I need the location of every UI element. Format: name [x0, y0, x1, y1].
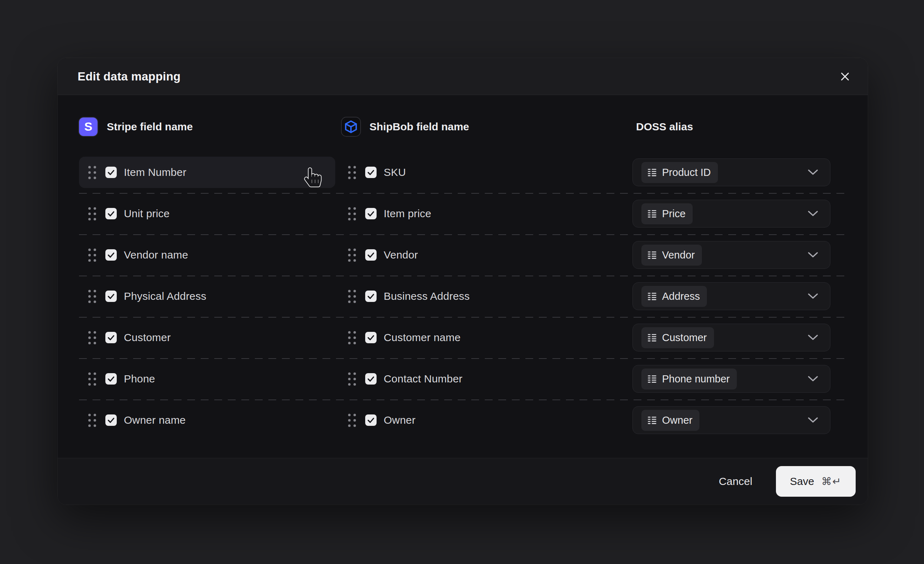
chevron-down-icon	[808, 335, 818, 340]
check-icon	[107, 333, 116, 342]
doss-alias-value: Product ID	[662, 167, 711, 178]
drag-handle-icon[interactable]	[348, 166, 356, 179]
doss-alias-select[interactable]: Address	[633, 282, 830, 310]
stripe-field-checkbox[interactable]	[105, 167, 117, 178]
stripe-field-checkbox[interactable]	[105, 290, 117, 302]
doss-alias-select[interactable]: Vendor	[633, 241, 830, 269]
check-icon	[367, 292, 375, 301]
close-icon	[840, 71, 850, 82]
drag-handle-icon[interactable]	[348, 373, 356, 386]
shipbob-field-item[interactable]: Owner	[339, 405, 595, 436]
check-icon	[107, 168, 116, 177]
stripe-field-item[interactable]: Owner name	[79, 405, 335, 436]
mapping-row: Vendor name Vendor Vendor	[58, 239, 868, 271]
doss-alias-tag: Vendor	[641, 245, 702, 266]
row-separator	[79, 358, 846, 359]
cancel-button[interactable]: Cancel	[718, 475, 753, 487]
drag-handle-icon[interactable]	[348, 290, 356, 303]
stripe-field-checkbox[interactable]	[105, 373, 117, 385]
app-background: { "modal": { "title": "Edit data mapping…	[0, 0, 924, 564]
drag-handle-icon[interactable]	[88, 207, 96, 220]
drag-handle-icon[interactable]	[88, 290, 96, 303]
shipbob-field-checkbox[interactable]	[365, 249, 376, 261]
mapping-row: Owner name Owner Owner	[58, 405, 868, 436]
stripe-field-item[interactable]: Physical Address	[79, 281, 335, 312]
shipbob-field-checkbox[interactable]	[365, 290, 376, 302]
drag-handle-icon[interactable]	[348, 248, 356, 262]
shipbob-field-item[interactable]: SKU	[339, 157, 595, 188]
check-icon	[107, 292, 116, 301]
row-separator	[79, 275, 846, 276]
save-button[interactable]: Save ⌘↵	[776, 466, 856, 497]
column-title: DOSS alias	[636, 121, 693, 133]
drag-handle-icon[interactable]	[88, 373, 96, 386]
stripe-field-label: Phone	[124, 373, 155, 385]
stripe-field-item[interactable]: Customer	[79, 322, 335, 353]
chevron-down-icon	[808, 293, 818, 299]
drag-handle-icon[interactable]	[88, 331, 96, 344]
stripe-field-checkbox[interactable]	[105, 332, 117, 343]
drag-handle-icon[interactable]	[348, 207, 356, 220]
check-icon	[367, 416, 375, 424]
shipbob-field-checkbox[interactable]	[365, 414, 376, 426]
mapping-row: Customer Customer name Customer	[58, 322, 868, 353]
doss-alias-tag: Customer	[641, 327, 714, 348]
save-button-label: Save	[790, 475, 814, 487]
drag-handle-icon[interactable]	[348, 331, 356, 344]
drag-handle-icon[interactable]	[88, 248, 96, 262]
save-shortcut-hint: ⌘↵	[822, 475, 842, 487]
doss-alias-select[interactable]: Customer	[633, 324, 830, 352]
row-separator	[79, 317, 846, 317]
shipbob-field-checkbox[interactable]	[365, 208, 376, 219]
column-header-stripe: S Stripe field name	[79, 117, 193, 136]
stripe-field-item[interactable]: Unit price	[79, 198, 335, 229]
drag-handle-icon[interactable]	[88, 166, 96, 179]
stripe-field-checkbox[interactable]	[105, 208, 117, 219]
column-header-doss: DOSS alias	[636, 117, 693, 136]
chevron-down-icon	[808, 170, 818, 175]
close-button[interactable]	[836, 67, 854, 86]
stripe-field-item[interactable]: Item Number	[79, 157, 335, 188]
shipbob-field-item[interactable]: Business Address	[339, 281, 595, 312]
mapping-row: Unit price Item price Price	[58, 198, 868, 229]
doss-alias-value: Address	[662, 290, 700, 302]
dialog-title: Edit data mapping	[78, 70, 180, 83]
doss-alias-tag: Price	[641, 203, 693, 224]
doss-alias-select[interactable]: Price	[633, 200, 830, 227]
doss-alias-select[interactable]: Owner	[633, 406, 830, 434]
shipbob-logo-icon	[342, 117, 360, 136]
field-tag-icon	[647, 332, 657, 343]
field-tag-icon	[647, 415, 657, 425]
shipbob-field-item[interactable]: Contact Number	[339, 363, 595, 394]
shipbob-field-label: Customer name	[384, 331, 460, 344]
column-title: Stripe field name	[107, 121, 193, 133]
edit-data-mapping-dialog: Edit data mapping S Stripe field name Sh…	[58, 58, 868, 505]
stripe-field-item[interactable]: Vendor name	[79, 239, 335, 271]
shipbob-field-item[interactable]: Vendor	[339, 239, 595, 271]
check-icon	[107, 209, 116, 218]
shipbob-field-checkbox[interactable]	[365, 373, 376, 385]
check-icon	[367, 168, 375, 177]
doss-alias-select[interactable]: Product ID	[633, 158, 830, 186]
stripe-field-item[interactable]: Phone	[79, 363, 335, 394]
mapping-row: Phone Contact Number Phone number	[58, 363, 868, 394]
drag-handle-icon[interactable]	[88, 414, 96, 427]
stripe-field-checkbox[interactable]	[105, 414, 117, 426]
drag-handle-icon[interactable]	[348, 414, 356, 427]
column-header-shipbob: ShipBob field name	[342, 117, 469, 136]
shipbob-field-label: Contact Number	[384, 373, 462, 385]
shipbob-field-checkbox[interactable]	[365, 167, 376, 178]
chevron-down-icon	[808, 211, 818, 217]
check-icon	[107, 416, 116, 424]
shipbob-field-item[interactable]: Item price	[339, 198, 595, 229]
doss-alias-tag: Owner	[641, 410, 699, 431]
shipbob-field-checkbox[interactable]	[365, 332, 376, 343]
stripe-field-label: Unit price	[124, 208, 170, 220]
shipbob-field-item[interactable]: Customer name	[339, 322, 595, 353]
field-tag-icon	[647, 374, 657, 384]
doss-alias-value: Price	[662, 208, 686, 220]
doss-alias-select[interactable]: Phone number	[633, 365, 830, 393]
stripe-field-checkbox[interactable]	[105, 249, 117, 261]
stripe-field-label: Item Number	[124, 166, 186, 178]
check-icon	[367, 209, 375, 218]
